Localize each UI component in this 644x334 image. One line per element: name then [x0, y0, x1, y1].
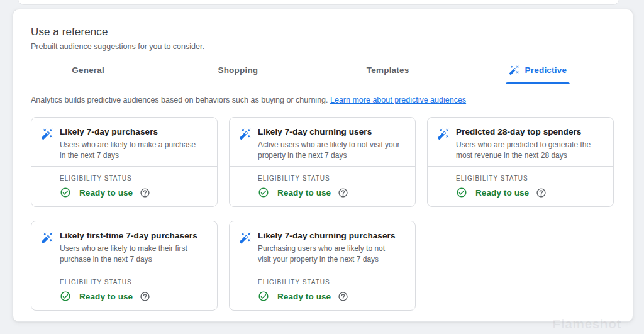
- check-circle-icon: [258, 291, 269, 302]
- card-title: Likely 7-day purchasers: [60, 127, 207, 136]
- card-title: Predicted 28-day top spenders: [456, 127, 603, 136]
- card-title: Likely first-time 7-day purchasers: [60, 231, 207, 240]
- panel-header: Use a reference Prebuilt audience sugges…: [13, 9, 633, 51]
- card-title: Likely 7-day churning users: [258, 127, 405, 136]
- eligibility-status-label: ELIGIBILITY STATUS: [60, 175, 207, 182]
- audience-cards-grid: Likely 7-day purchasers Users who are li…: [13, 104, 633, 322]
- help-icon[interactable]: [338, 187, 348, 198]
- card-eligibility-section: ELIGIBILITY STATUS Ready to use: [428, 166, 613, 198]
- page-title: Use a reference: [31, 26, 615, 38]
- card-description: Purchasing users who are likely to not v…: [258, 243, 405, 265]
- check-circle-icon: [258, 187, 269, 198]
- magic-wand-icon: [41, 231, 53, 244]
- help-icon[interactable]: [140, 291, 150, 302]
- card-likely-first-time-7-day-purchasers[interactable]: Likely first-time 7-day purchasers Users…: [31, 221, 218, 311]
- use-a-reference-panel: Use a reference Prebuilt audience sugges…: [13, 9, 633, 322]
- check-circle-icon: [60, 291, 71, 302]
- tab-templates[interactable]: Templates: [313, 57, 463, 84]
- status-badge: Ready to use: [79, 292, 133, 301]
- page-subtitle: Prebuilt audience suggestions for you to…: [31, 42, 615, 51]
- card-description: Users who are likely to make their first…: [60, 243, 207, 265]
- tab-label: Templates: [367, 65, 409, 75]
- card-title: Likely 7-day churning purchasers: [258, 231, 405, 240]
- status-badge: Ready to use: [475, 188, 529, 198]
- tab-general[interactable]: General: [13, 57, 163, 84]
- magic-wand-icon: [239, 231, 252, 244]
- magic-wand-icon: [41, 128, 53, 140]
- card-eligibility-section: ELIGIBILITY STATUS Ready to use: [31, 166, 217, 198]
- tab-label: Predictive: [525, 65, 567, 75]
- card-eligibility-section: ELIGIBILITY STATUS Ready to use: [230, 166, 415, 198]
- card-top: Likely 7-day purchasers Users who are li…: [31, 118, 217, 166]
- eligibility-status-label: ELIGIBILITY STATUS: [258, 175, 405, 182]
- help-icon[interactable]: [140, 187, 150, 198]
- card-eligibility-section: ELIGIBILITY STATUS Ready to use: [230, 270, 415, 302]
- card-description: Users who are likely to make a purchase …: [60, 140, 207, 162]
- tab-predictive[interactable]: Predictive: [463, 57, 613, 84]
- check-circle-icon: [456, 187, 467, 198]
- help-icon[interactable]: [536, 187, 547, 198]
- card-likely-7-day-churning-purchasers[interactable]: Likely 7-day churning purchasers Purchas…: [229, 221, 416, 311]
- magic-wand-icon: [437, 128, 450, 140]
- eligibility-status-label: ELIGIBILITY STATUS: [456, 175, 603, 182]
- status-badge: Ready to use: [277, 188, 331, 198]
- card-description: Users who are predicted to generate the …: [456, 140, 603, 162]
- tab-label: General: [72, 65, 104, 75]
- status-badge: Ready to use: [79, 188, 133, 198]
- previous-section-edge: [18, 0, 619, 5]
- card-predicted-28-day-top-spenders[interactable]: Predicted 28-day top spenders Users who …: [427, 117, 614, 207]
- tab-shopping[interactable]: Shopping: [163, 57, 313, 84]
- magic-wand-icon: [239, 128, 252, 140]
- card-top: Likely 7-day churning users Active users…: [230, 118, 415, 166]
- card-likely-7-day-purchasers[interactable]: Likely 7-day purchasers Users who are li…: [31, 117, 218, 207]
- status-badge: Ready to use: [277, 292, 331, 301]
- card-eligibility-section: ELIGIBILITY STATUS Ready to use: [31, 270, 217, 302]
- card-description: Active users who are likely to not visit…: [258, 140, 405, 162]
- predictive-info-text: Analytics builds predictive audiences ba…: [13, 84, 633, 104]
- help-icon[interactable]: [338, 291, 348, 302]
- tab-label: Shopping: [218, 65, 258, 75]
- magic-wand-icon: [509, 65, 519, 75]
- card-likely-7-day-churning-users[interactable]: Likely 7-day churning users Active users…: [229, 117, 416, 207]
- check-circle-icon: [60, 187, 71, 198]
- info-text: Analytics builds predictive audiences ba…: [31, 96, 328, 104]
- card-top: Likely first-time 7-day purchasers Users…: [31, 221, 217, 270]
- tab-bar: General Shopping Templates Predictive: [13, 57, 633, 84]
- card-top: Predicted 28-day top spenders Users who …: [428, 118, 613, 166]
- learn-more-link[interactable]: Learn more about predictive audiences: [330, 96, 466, 104]
- active-tab-indicator: [506, 82, 570, 84]
- eligibility-status-label: ELIGIBILITY STATUS: [258, 279, 405, 286]
- eligibility-status-label: ELIGIBILITY STATUS: [60, 279, 207, 286]
- card-top: Likely 7-day churning purchasers Purchas…: [230, 221, 415, 270]
